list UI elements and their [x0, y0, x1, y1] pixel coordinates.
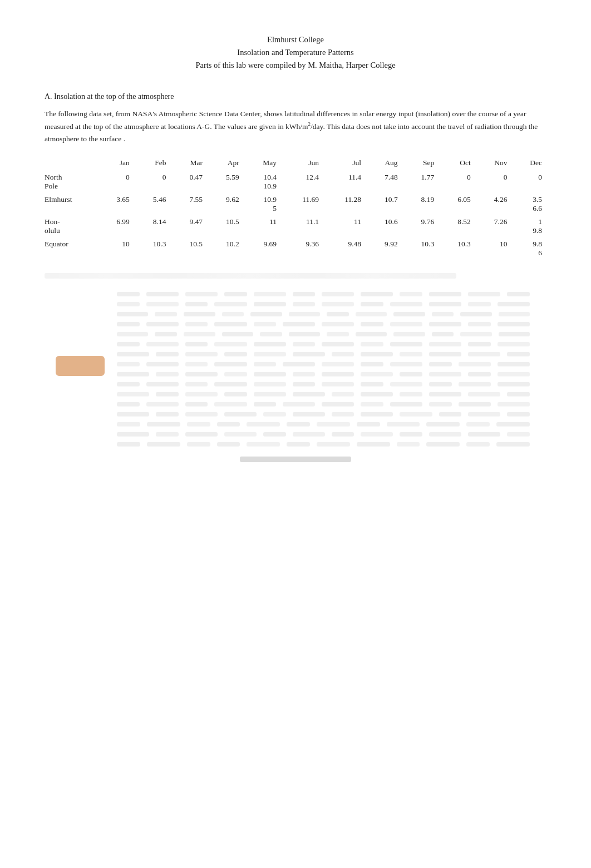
cell-el-mar: 7.55 [170, 193, 207, 215]
insolation-table: Jan Feb Mar Apr May Jun Jul Aug Sep Oct … [45, 156, 546, 260]
cell-np-jul: 11.4 [323, 171, 366, 193]
cell-el-apr: 9.62 [207, 193, 244, 215]
cell-np-feb: 0 [134, 171, 171, 193]
header-line1: Elmhurst College [45, 33, 546, 46]
cell-ho-feb: 8.14 [134, 215, 171, 237]
col-header-jan: Jan [97, 156, 134, 171]
cell-np-nov: 0 [475, 171, 512, 193]
cell-np-jan: 0 [97, 171, 134, 193]
cell-eq-jul: 9.48 [323, 237, 366, 260]
col-header-oct: Oct [439, 156, 475, 171]
bottom-blurred-text [240, 457, 351, 462]
cell-ho-apr: 10.5 [207, 215, 244, 237]
cell-el-dec: 3.56.6 [511, 193, 546, 215]
cell-el-jul: 11.28 [323, 193, 366, 215]
cell-ho-jun: 11.1 [281, 215, 323, 237]
cell-el-nov: 4.26 [475, 193, 512, 215]
cell-np-oct: 0 [439, 171, 475, 193]
cell-eq-may: 9.69 [244, 237, 281, 260]
table-row: Equator 10 10.3 10.5 10.2 9.69 9.36 9.48… [45, 237, 546, 260]
col-header-mar: Mar [170, 156, 207, 171]
header-line2: Insolation and Temperature Patterns [45, 46, 546, 59]
col-header-feb: Feb [134, 156, 171, 171]
cell-np-aug: 7.48 [366, 171, 402, 193]
col-header-location [45, 156, 97, 171]
blurred-content-area [45, 292, 546, 447]
cell-eq-sep: 10.3 [402, 237, 439, 260]
cell-ho-oct: 8.52 [439, 215, 475, 237]
blurred-data-table [117, 292, 530, 447]
cell-eq-apr: 10.2 [207, 237, 244, 260]
cell-eq-dec: 9.86 [511, 237, 546, 260]
col-header-jun: Jun [281, 156, 323, 171]
cell-ho-jan: 6.99 [97, 215, 134, 237]
cell-el-may: 10.95 [244, 193, 281, 215]
cell-eq-aug: 9.92 [366, 237, 402, 260]
cell-el-jun: 11.69 [281, 193, 323, 215]
cell-el-aug: 10.7 [366, 193, 402, 215]
table-row: Elmhurst 3.65 5.46 7.55 9.62 10.95 11.69… [45, 193, 546, 215]
col-header-may: May [244, 156, 281, 171]
cell-np-jun: 12.4 [281, 171, 323, 193]
location-honolulu: Hon-olulu [45, 215, 97, 237]
col-header-sep: Sep [402, 156, 439, 171]
cell-eq-feb: 10.3 [134, 237, 171, 260]
cell-np-mar: 0.47 [170, 171, 207, 193]
cell-el-sep: 8.19 [402, 193, 439, 215]
cell-ho-nov: 7.26 [475, 215, 512, 237]
table-row: NorthPole 0 0 0.47 5.59 10.410.9 12.4 11… [45, 171, 546, 193]
header-line3: Parts of this lab were compiled by M. Ma… [45, 59, 546, 72]
blurred-row-1 [45, 273, 456, 279]
cell-eq-jun: 9.36 [281, 237, 323, 260]
cell-ho-mar: 9.47 [170, 215, 207, 237]
cell-ho-jul: 11 [323, 215, 366, 237]
cell-eq-nov: 10 [475, 237, 512, 260]
cell-ho-sep: 9.76 [402, 215, 439, 237]
cell-np-sep: 1.77 [402, 171, 439, 193]
location-elmhurst: Elmhurst [45, 193, 97, 215]
cell-el-feb: 5.46 [134, 193, 171, 215]
cell-np-dec: 0 [511, 171, 546, 193]
col-header-nov: Nov [475, 156, 512, 171]
section-a-title: A. Insolation at the top of the atmosphe… [45, 92, 546, 101]
orange-label-blob [56, 356, 105, 376]
cell-np-apr: 5.59 [207, 171, 244, 193]
col-header-aug: Aug [366, 156, 402, 171]
cell-ho-aug: 10.6 [366, 215, 402, 237]
location-north-pole: NorthPole [45, 171, 97, 193]
cell-eq-mar: 10.5 [170, 237, 207, 260]
col-header-jul: Jul [323, 156, 366, 171]
cell-eq-jan: 10 [97, 237, 134, 260]
cell-ho-dec: 19.8 [511, 215, 546, 237]
table-row: Hon-olulu 6.99 8.14 9.47 10.5 11 11.1 11… [45, 215, 546, 237]
cell-np-may: 10.410.9 [244, 171, 281, 193]
header: Elmhurst College Insolation and Temperat… [45, 33, 546, 72]
location-equator: Equator [45, 237, 97, 260]
col-header-dec: Dec [511, 156, 546, 171]
cell-el-oct: 6.05 [439, 193, 475, 215]
cell-ho-may: 11 [244, 215, 281, 237]
cell-el-jan: 3.65 [97, 193, 134, 215]
cell-eq-oct: 10.3 [439, 237, 475, 260]
section-a-description: The following data set, from NASA's Atmo… [45, 108, 546, 145]
col-header-apr: Apr [207, 156, 244, 171]
